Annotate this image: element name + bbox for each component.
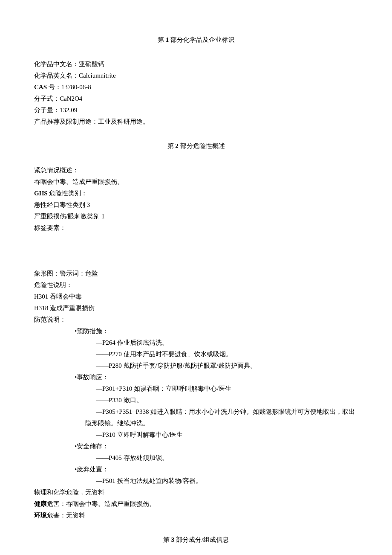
h301: H301 吞咽会中毒 bbox=[34, 291, 358, 302]
ghs-label: GHS bbox=[34, 190, 48, 197]
section-prefix: 第 bbox=[163, 536, 171, 543]
health-row: 健康危害：吞咽会中毒。造成严重眼损伤。 bbox=[34, 498, 358, 510]
section-suffix: 部分成分/组成信息 bbox=[174, 536, 229, 543]
ghs-cat1: 急性经口毒性类别 3 bbox=[34, 199, 358, 211]
ghs-cat2: 严重眼损伤/眼刺激类别 1 bbox=[34, 211, 358, 222]
p280: ——P280 戴防护手套/穿防护服/戴防护眼罩/戴防护面具。 bbox=[34, 360, 358, 372]
p305-cont: 隐形眼镜。继续冲洗。 bbox=[34, 418, 358, 429]
p301p310: —P301+P310 如误吞咽：立即呼叫解毒中心/医生 bbox=[34, 383, 358, 395]
h318: H318 造成严重眼损伤 bbox=[34, 302, 358, 314]
emergency-text: 吞咽会中毒。造成严重眼损伤。 bbox=[34, 176, 358, 188]
precaution-label: 防范说明： bbox=[34, 314, 358, 325]
env-row: 环境危害：无资料 bbox=[34, 510, 358, 521]
formula-label: 分子式： bbox=[34, 95, 60, 102]
section-suffix: 部分危险性概述 bbox=[179, 142, 225, 149]
mw-row: 分子量：132.09 bbox=[34, 105, 358, 116]
name-cn-value: 亚硝酸钙 bbox=[79, 61, 104, 67]
health-text: 危害：吞咽会中毒。造成严重眼损伤。 bbox=[47, 500, 156, 507]
section-1-body: 化学品中文名：亚硝酸钙 化学品英文名：Calciumnitrite CAS 号：… bbox=[34, 58, 358, 128]
formula-value: CaN2O4 bbox=[60, 95, 82, 102]
p501: —P501 按当地法规处置内装物/容器。 bbox=[34, 475, 358, 487]
phys-chem: 物理和化学危险，无资料 bbox=[34, 487, 358, 498]
p270: ——P270 使用本产品时不要进食、饮水或吸烟。 bbox=[34, 349, 358, 360]
env-text: 危害：无资料 bbox=[47, 512, 85, 519]
p310: —P310 立即呼叫解毒中心/医生 bbox=[34, 429, 358, 441]
cas-label: CAS bbox=[34, 84, 47, 90]
cas-suffix: 号： bbox=[47, 84, 61, 90]
section-1-header: 第 1 部分化学品及企业标识 bbox=[34, 34, 358, 46]
p330: ——P330 漱口。 bbox=[34, 395, 358, 406]
section-suffix: 部分化学品及企业标识 bbox=[169, 36, 234, 43]
section-prefix: 第 bbox=[167, 142, 176, 149]
section-2-body: 紧急情况概述： 吞咽会中毒。造成严重眼损伤。 GHS 危险性类别： 急性经口毒性… bbox=[34, 165, 358, 521]
mw-label: 分子量： bbox=[34, 107, 60, 113]
section-3-header: 第 3 部分成分/组成信息 bbox=[34, 534, 358, 546]
emergency-label: 紧急情况概述： bbox=[34, 165, 358, 176]
section-num: 2 bbox=[175, 142, 179, 149]
ghs-suffix: 危险性类别： bbox=[48, 190, 88, 197]
section-prefix: 第 bbox=[158, 36, 166, 43]
prevention-label: •预防措施： bbox=[34, 325, 358, 337]
use-row: 产品推荐及限制用途：工业及科研用途。 bbox=[34, 116, 358, 128]
name-en-label: 化学品英文名： bbox=[34, 72, 79, 79]
use-label: 产品推荐及限制用途： bbox=[34, 118, 98, 125]
hazard-statement-label: 危险性说明： bbox=[34, 279, 358, 291]
name-en-row: 化学品英文名：Calciumnitrite bbox=[34, 70, 358, 81]
disposal-label: •废弃处置： bbox=[34, 464, 358, 475]
health-label: 健康 bbox=[34, 500, 47, 507]
pictogram-placeholder bbox=[34, 234, 358, 268]
p305: —P305+P351+P338 如进入眼睛：用水小心冲洗几分钟。如戴隐形眼镜并可… bbox=[34, 406, 358, 418]
storage-label: •安全储存： bbox=[34, 441, 358, 452]
response-label: •事故响应： bbox=[34, 372, 358, 383]
formula-row: 分子式：CaN2O4 bbox=[34, 93, 358, 105]
name-cn-label: 化学品中文名： bbox=[34, 61, 79, 67]
label-elements: 标签要素： bbox=[34, 222, 358, 234]
name-cn-row: 化学品中文名：亚硝酸钙 bbox=[34, 58, 358, 70]
p264: —P264 作业后彻底清洗。 bbox=[34, 337, 358, 349]
cas-value: 13780-06-8 bbox=[61, 84, 91, 90]
name-en-value: Calciumnitrite bbox=[79, 72, 116, 79]
use-value: 工业及科研用途。 bbox=[98, 118, 149, 125]
ghs-row: GHS 危险性类别： bbox=[34, 188, 358, 199]
pictogram-text: 象形图：警示词：危险 bbox=[34, 268, 358, 279]
mw-value: 132.09 bbox=[60, 107, 77, 113]
section-2-header: 第 2 部分危险性概述 bbox=[34, 140, 358, 152]
env-label: 环境 bbox=[34, 512, 47, 519]
cas-row: CAS 号：13780-06-8 bbox=[34, 81, 358, 93]
p405: ——P405 存放处须加锁。 bbox=[34, 452, 358, 464]
